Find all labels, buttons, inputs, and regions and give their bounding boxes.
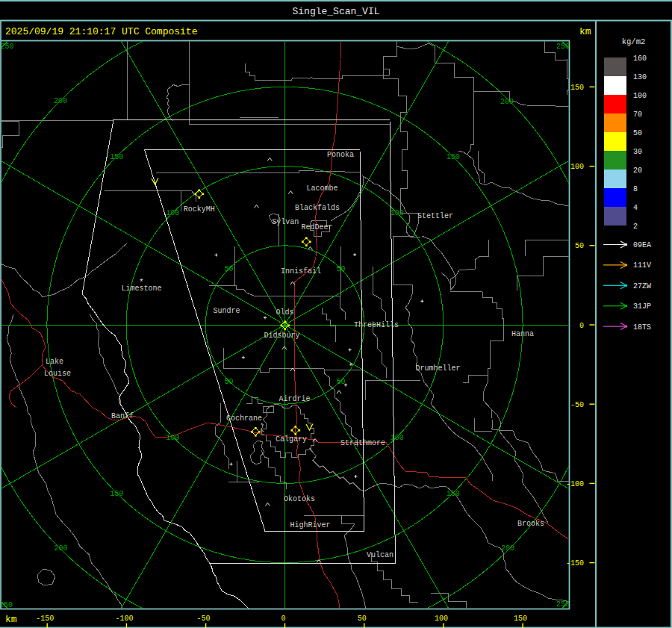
svg-text:Single_Scan_VIL: Single_Scan_VIL [292,6,379,17]
svg-text:150: 150 [110,490,123,498]
svg-text:RedDeer: RedDeer [301,223,332,231]
svg-text:100: 100 [166,434,179,442]
svg-text:160: 160 [633,55,647,63]
svg-text:Louise: Louise [44,370,71,378]
svg-text:*: * [352,252,358,261]
svg-text:Innisfail: Innisfail [281,267,321,276]
svg-text:200: 200 [501,544,514,553]
svg-text:250: 250 [556,43,570,51]
svg-text:50: 50 [358,615,367,623]
svg-text:Sylvan: Sylvan [272,218,299,226]
svg-text:Cochrane: Cochrane [226,414,262,423]
svg-text:31JP: 31JP [633,302,651,311]
svg-text:50: 50 [575,242,584,250]
svg-text:Olds: Olds [276,308,293,317]
svg-text:100: 100 [166,209,179,217]
svg-text:27ZW: 27ZW [633,282,651,290]
svg-text:-100: -100 [115,615,133,623]
svg-text:20: 20 [633,167,642,175]
svg-text:Sundre: Sundre [214,307,240,315]
svg-text:Vulcan: Vulcan [367,551,393,559]
svg-text:Blackfalds: Blackfalds [295,204,340,212]
svg-text:100: 100 [633,92,647,100]
svg-text:Brooks: Brooks [517,520,544,528]
svg-text:200: 200 [54,97,67,105]
svg-text:2025/09/19 21:10:17 UTC Compos: 2025/09/19 21:10:17 UTC Composite [5,26,197,37]
svg-text:Lacombe: Lacombe [307,184,338,193]
svg-text:Drumheller: Drumheller [415,364,460,373]
svg-text:70: 70 [633,111,642,119]
svg-text:50: 50 [337,378,346,386]
svg-text:Strathmore: Strathmore [340,439,385,447]
svg-text:RockyMH: RockyMH [184,205,215,214]
svg-text:2: 2 [633,223,638,231]
svg-text:50: 50 [633,129,642,137]
svg-text:-50: -50 [197,615,211,623]
svg-text:Okotoks: Okotoks [284,495,315,503]
svg-text:50: 50 [337,265,346,273]
svg-text:250: 250 [0,601,13,609]
svg-text:18TS: 18TS [633,323,651,332]
svg-text:Hanna: Hanna [511,330,534,338]
svg-text:-150: -150 [36,615,54,623]
svg-text:50: 50 [224,378,233,386]
svg-text:100: 100 [391,209,404,217]
svg-text:150: 150 [570,84,584,92]
svg-text:150: 150 [447,490,460,498]
svg-text:100: 100 [435,615,448,623]
svg-text:8: 8 [633,185,638,193]
svg-text:Airdrie: Airdrie [279,395,310,403]
svg-text:100: 100 [391,434,404,442]
svg-text:200: 200 [54,544,67,553]
svg-text:250: 250 [0,43,13,51]
svg-text:-100: -100 [566,480,584,488]
svg-text:4: 4 [633,204,638,212]
svg-text:ThreeHills: ThreeHills [354,321,399,329]
svg-text:Banff: Banff [111,412,134,420]
svg-text:-50: -50 [570,401,584,409]
svg-text:100: 100 [570,163,584,171]
svg-text:150: 150 [514,615,527,623]
svg-text:Stettler: Stettler [417,212,453,220]
svg-text:50: 50 [224,265,233,273]
svg-text:200: 200 [500,98,514,106]
svg-text:Lake: Lake [46,358,63,366]
svg-text:km: km [579,26,591,37]
svg-text:250: 250 [556,600,570,609]
svg-text:*: * [139,278,144,287]
svg-text:0: 0 [579,322,584,330]
svg-text:-150: -150 [566,559,584,568]
svg-text:150: 150 [110,153,123,161]
svg-text:0: 0 [281,615,285,623]
svg-text:111V: 111V [633,261,651,270]
svg-text:09EA: 09EA [633,241,651,249]
svg-text:130: 130 [633,73,647,81]
svg-text:kg/m2: kg/m2 [622,37,646,46]
svg-text:HighRiver: HighRiver [290,521,330,529]
svg-text:Ponoka: Ponoka [327,151,354,159]
svg-text:150: 150 [447,153,460,161]
svg-text:Calgary: Calgary [276,435,307,444]
svg-text:Didsbury: Didsbury [264,332,299,340]
svg-text:km: km [5,614,17,625]
svg-text:30: 30 [633,148,642,156]
